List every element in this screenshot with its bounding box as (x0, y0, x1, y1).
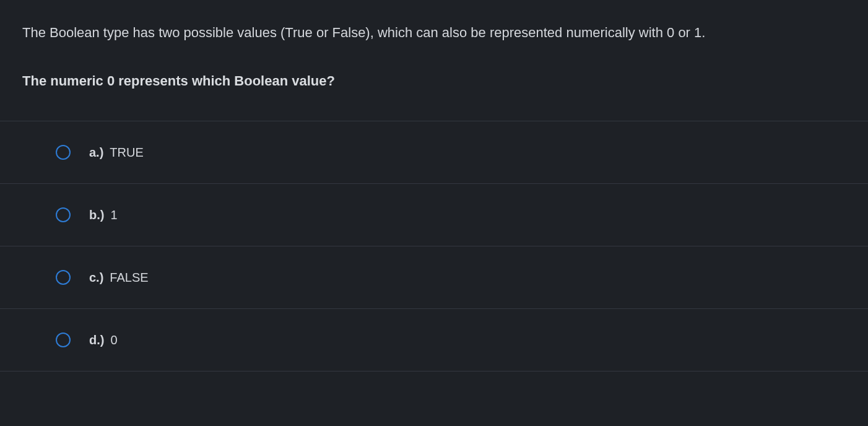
radio-icon (56, 270, 71, 285)
question-section: The Boolean type has two possible values… (0, 0, 868, 121)
option-letter: d.) (89, 333, 104, 347)
question-prompt-text: The numeric 0 represents which Boolean v… (22, 71, 846, 91)
option-label: c.) FALSE (89, 271, 149, 285)
radio-icon (56, 333, 71, 347)
option-letter: c.) (89, 271, 103, 285)
option-label: d.) 0 (89, 333, 118, 347)
options-container: a.) TRUE b.) 1 c.) FALSE d.) 0 (0, 121, 868, 372)
option-label: b.) 1 (89, 208, 118, 222)
option-c[interactable]: c.) FALSE (0, 246, 868, 308)
option-d[interactable]: d.) 0 (0, 308, 868, 372)
option-letter: b.) (89, 208, 104, 222)
radio-icon (56, 145, 71, 160)
option-letter: a.) (89, 146, 103, 160)
option-a[interactable]: a.) TRUE (0, 121, 868, 183)
option-label: a.) TRUE (89, 146, 144, 160)
option-text: FALSE (110, 271, 148, 285)
option-text: TRUE (110, 146, 143, 160)
option-text: 0 (110, 333, 117, 347)
option-text: 1 (110, 208, 117, 222)
radio-icon (56, 207, 71, 222)
question-intro-text: The Boolean type has two possible values… (22, 22, 846, 43)
option-b[interactable]: b.) 1 (0, 183, 868, 246)
